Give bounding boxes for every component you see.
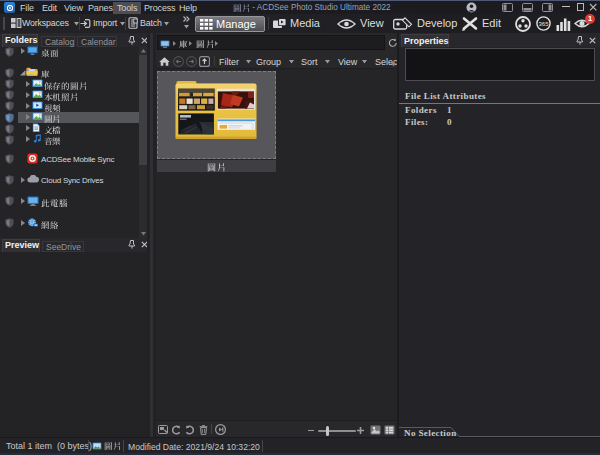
svg-text:365: 365 bbox=[538, 21, 549, 27]
